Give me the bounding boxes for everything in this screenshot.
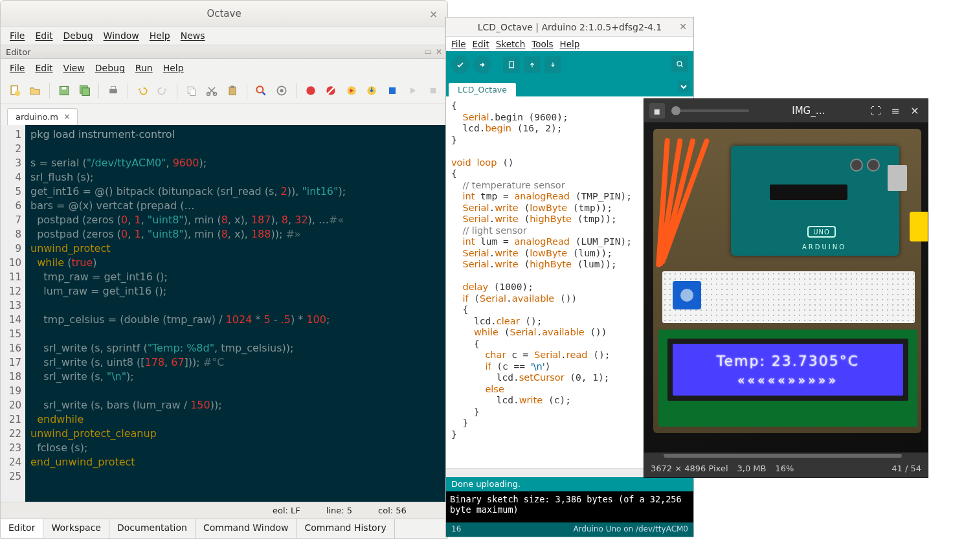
tab-editor[interactable]: Editor [1, 519, 43, 538]
editor-panel-label: Editor [6, 47, 30, 57]
editor-menu-run[interactable]: Run [135, 63, 153, 73]
editor-toolbar [1, 77, 447, 104]
tab-workspace[interactable]: Workspace [43, 519, 109, 538]
code-editor[interactable]: 1234567891011121314151617181920212223242… [1, 125, 447, 502]
svg-rect-9 [190, 89, 195, 95]
sketch-tabstrip: LCD_Octave [446, 78, 693, 96]
step-in-icon[interactable] [364, 82, 380, 99]
octave-titlebar[interactable]: Octave ✕ [1, 1, 447, 27]
photo-arduino-uno: UNO ARDUINO [731, 146, 899, 256]
tab-menu-icon[interactable] [678, 81, 689, 93]
editor-menu-debug[interactable]: Debug [95, 63, 125, 73]
paste-icon[interactable] [225, 82, 240, 99]
image-filename: IMG_… [756, 105, 862, 117]
arduino-menu-edit[interactable]: Edit [473, 39, 489, 49]
image-titlebar[interactable]: ▪ IMG_… ⛶ ≡ ✕ [644, 99, 928, 122]
menu-debug[interactable]: Debug [63, 30, 93, 41]
serial-monitor-button[interactable] [671, 56, 688, 73]
arduino-menu-sketch[interactable]: Sketch [496, 39, 525, 49]
breakpoint-icon[interactable] [303, 82, 319, 99]
photo-lcd-module: Temp: 23.7305°C «««««»»»»» [658, 330, 917, 427]
image-scrollbar[interactable] [644, 453, 928, 459]
close-icon[interactable]: ✕ [679, 21, 687, 32]
copy-icon[interactable] [184, 82, 199, 99]
tab-close-icon[interactable]: ✕ [63, 112, 71, 122]
svg-rect-3 [62, 87, 67, 89]
arduino-footer: 16 Arduino Uno on /dev/ttyACM0 [446, 522, 693, 537]
svg-rect-22 [431, 87, 436, 93]
editor-menu-view[interactable]: View [63, 63, 85, 73]
image-viewer-window: ▪ IMG_… ⛶ ≡ ✕ UNO ARDUINO [644, 98, 928, 478]
new-file-icon[interactable] [7, 82, 23, 99]
file-tabstrip: arduino.m ✕ [1, 104, 447, 125]
arduino-menu-tools[interactable]: Tools [532, 39, 553, 49]
file-tab-label: arduino.m [16, 112, 58, 122]
svg-point-24 [677, 62, 682, 66]
clear-breakpoint-icon[interactable] [323, 82, 339, 99]
line-gutter: 1234567891011121314151617181920212223242… [1, 125, 25, 502]
menu-window[interactable]: Window [104, 30, 139, 41]
open-file-icon[interactable] [28, 82, 43, 99]
stop-icon[interactable] [425, 82, 441, 99]
svg-rect-5 [82, 87, 89, 95]
menu-file[interactable]: File [10, 30, 25, 41]
arduino-titlebar[interactable]: LCD_Octave | Arduino 2:1.0.5+dfsg2-4.1 ✕ [446, 17, 693, 37]
save-icon[interactable] [56, 82, 72, 99]
image-canvas[interactable]: UNO ARDUINO Temp: 23.7305°C «««««»»»»» [644, 122, 928, 453]
arduino-title: LCD_Octave | Arduino 2:1.0.5+dfsg2-4.1 [478, 22, 662, 32]
continue-icon[interactable] [405, 82, 421, 99]
verify-button[interactable] [451, 56, 469, 74]
editor-statusbar: eol: LF line: 5 col: 56 [1, 502, 447, 519]
menu-edit[interactable]: Edit [35, 30, 52, 41]
open-sketch-button[interactable] [524, 56, 541, 73]
octave-window: Octave ✕ File Edit Debug Window Help New… [0, 0, 448, 539]
redo-icon[interactable] [155, 82, 170, 99]
lcd-line1: Temp: 23.7305°C [717, 353, 859, 369]
editor-menubar: File Edit View Debug Run Help [1, 59, 447, 77]
tab-documentation[interactable]: Documentation [109, 519, 196, 538]
tab-command-history[interactable]: Command History [297, 519, 395, 538]
image-statusbar: 3672 × 4896 Pixel 3,0 MB 16% 41 / 54 [644, 459, 928, 477]
run-config-icon[interactable] [274, 82, 289, 99]
svg-point-16 [280, 89, 284, 92]
svg-rect-7 [111, 86, 116, 89]
tab-command-window[interactable]: Command Window [196, 519, 297, 538]
new-sketch-button[interactable] [503, 56, 520, 73]
arduino-menu-file[interactable]: File [451, 39, 466, 49]
close-icon[interactable]: ✕ [907, 103, 923, 118]
fullscreen-icon[interactable]: ⛶ [868, 103, 884, 118]
find-icon[interactable] [254, 82, 269, 99]
arduino-menu-help[interactable]: Help [560, 39, 580, 49]
close-icon[interactable]: ✕ [429, 8, 440, 19]
editor-menu-edit[interactable]: Edit [35, 63, 52, 73]
status-col: col: 56 [378, 506, 407, 515]
photo-board: UNO ARDUINO Temp: 23.7305°C «««««»»»»» [653, 129, 921, 433]
photo-potentiometer [673, 281, 701, 309]
svg-point-17 [306, 86, 315, 95]
editor-menu-file[interactable]: File [10, 63, 25, 73]
cut-icon[interactable] [205, 82, 220, 99]
panel-close-icon[interactable]: ✕ [436, 47, 442, 56]
octave-menubar: File Edit Debug Window Help News [1, 27, 447, 45]
footer-line: 16 [451, 524, 461, 535]
save-sketch-button[interactable] [544, 56, 561, 73]
arduino-menubar: File Edit Sketch Tools Help [446, 37, 693, 51]
print-icon[interactable] [106, 82, 121, 99]
collapse-icon[interactable]: ▪ [649, 103, 665, 118]
menu-news[interactable]: News [181, 30, 205, 41]
menu-icon[interactable]: ≡ [888, 103, 903, 118]
undo-icon[interactable] [135, 82, 150, 99]
upload-button[interactable] [473, 56, 491, 74]
menu-help[interactable]: Help [150, 30, 170, 41]
save-all-icon[interactable] [77, 82, 93, 99]
code-content[interactable]: pkg load instrument-control s = serial (… [25, 125, 351, 502]
sketch-tab[interactable]: LCD_Octave [449, 83, 516, 96]
file-tab-arduino[interactable]: arduino.m ✕ [7, 108, 78, 125]
zoom-slider[interactable] [671, 109, 749, 112]
editor-menu-help[interactable]: Help [163, 63, 184, 73]
undock-icon[interactable]: ▭ [425, 47, 432, 56]
photo-lcd-screen: Temp: 23.7305°C «««««»»»»» [673, 344, 903, 396]
step-icon[interactable] [344, 82, 359, 99]
step-out-icon[interactable] [385, 82, 400, 99]
editor-panel-header: Editor ▭✕ [1, 45, 447, 59]
